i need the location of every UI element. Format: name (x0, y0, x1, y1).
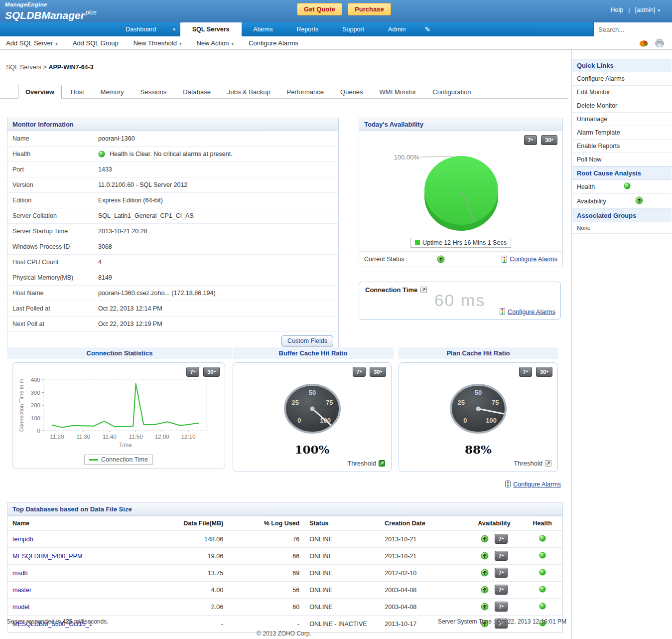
availability-cell: 7 (466, 548, 523, 565)
database-link-model[interactable]: model (12, 604, 29, 611)
period-30-days-button[interactable]: 30 (536, 367, 552, 377)
availability-trend-button[interactable]: 7 (495, 585, 508, 595)
help-link[interactable]: Help (611, 6, 624, 13)
responded-value: 425 (62, 618, 72, 625)
availability-trend-button[interactable]: 7 (495, 534, 508, 544)
field-label: Server Startup Time (7, 224, 93, 239)
svg-text:25: 25 (458, 399, 465, 406)
availability-trend-button[interactable]: 7 (495, 551, 508, 561)
admin-user-menu[interactable]: [admin]▾ (635, 6, 660, 13)
connection-statistics-box: 7 30 010020030040011:2011:3011:4011:5012… (12, 362, 225, 469)
plan-cache-value: 88% (399, 443, 557, 456)
quick-link-enable-reports[interactable]: Enable Reports (572, 140, 672, 153)
column-header-log-used: % Log Used (228, 516, 304, 531)
quick-link-delete-monitor[interactable]: Delete Monitor (572, 99, 672, 113)
table-cell: ONLINE (304, 548, 380, 565)
search-box (593, 22, 672, 36)
table-row: msdb13.7569ONLINE2012-02-107 (7, 565, 562, 582)
todays-availability-title: Today's Availability (359, 118, 562, 131)
plan-cache-threshold: Threshold (514, 460, 551, 467)
table-cell: 2003-04-08 (380, 582, 466, 599)
tab-overview[interactable]: Overview (18, 85, 62, 99)
todays-availability-panel: Today's Availability 7 30 100.00% Uptime… (359, 118, 563, 267)
tab-database[interactable]: Database (175, 85, 218, 99)
current-status-label: Current Status : (364, 256, 408, 263)
monitor-info-row: Last Polled atOct 22, 2013 12:14 PM (7, 301, 338, 316)
field-label: Edition (7, 193, 93, 208)
toolbar-item-label: New Action (196, 39, 229, 47)
custom-fields-button[interactable]: Custom Fields (281, 335, 333, 346)
health-cell (522, 548, 562, 565)
printer-icon[interactable] (655, 39, 664, 47)
availability-up-icon (481, 586, 489, 594)
configure-alarms-link[interactable]: Configure Alarms (510, 256, 557, 263)
search-input[interactable] (594, 26, 672, 33)
tab-sessions[interactable]: Sessions (133, 85, 174, 99)
database-link-tempdb[interactable]: tempdb (12, 536, 33, 543)
table-cell: - (177, 616, 228, 633)
configure-alarms-link[interactable]: Configure Alarms (508, 309, 555, 316)
availability-up-icon (481, 535, 489, 543)
traffic-light-icon-slot (500, 308, 505, 316)
edit-pencil-icon[interactable]: ✎ (417, 22, 437, 36)
get-quote-button[interactable]: Get Quote (297, 3, 342, 15)
period-7-days-button[interactable]: 7 (519, 367, 533, 377)
tab-jobs-backup[interactable]: Jobs & Backup (220, 85, 278, 99)
threshold-edit-icon[interactable] (379, 460, 385, 467)
tab-performance[interactable]: Performance (279, 85, 331, 99)
quick-link-unmanage[interactable]: Unmanage (572, 113, 672, 126)
configure-alarms-link[interactable]: Configure Alarms (513, 481, 561, 488)
rca-health-row[interactable]: Health (572, 180, 672, 194)
tab-host[interactable]: Host (63, 85, 92, 99)
tab-queries[interactable]: Queries (333, 85, 371, 99)
toolbar-new-action[interactable]: New Action▾ (196, 39, 234, 47)
rca-availability-row[interactable]: Availability (572, 194, 672, 209)
associated-groups-value: None (572, 222, 672, 234)
nav-item-alarms[interactable]: Alarms (242, 22, 285, 36)
quick-link-configure-alarms[interactable]: Configure Alarms (572, 72, 672, 86)
nav-item-reports[interactable]: Reports (284, 22, 330, 36)
tab-memory[interactable]: Memory (93, 85, 132, 99)
threshold-edit-icon[interactable] (545, 460, 551, 467)
period-30-days-button[interactable]: 30 (370, 367, 386, 377)
quick-link-edit-monitor[interactable]: Edit Monitor (572, 86, 672, 99)
purchase-button[interactable]: Purchase (348, 3, 391, 15)
nav-item-dashboard[interactable]: Dashboard (114, 22, 168, 36)
toolbar-add-sql-server[interactable]: Add SQL Server▾ (6, 39, 58, 47)
database-link-msdb[interactable]: msdb (12, 570, 28, 577)
chart-shortcut-icon[interactable] (639, 40, 649, 47)
toolbar-configure-alarms[interactable]: Configure Alarms (249, 39, 298, 47)
nav-item-support[interactable]: Support (330, 22, 376, 36)
breadcrumb-parent[interactable]: SQL Servers (6, 64, 41, 71)
buffer-cache-value: 100% (233, 443, 391, 456)
table-cell: 2.06 (177, 599, 228, 616)
column-header-availability: Availability (466, 516, 523, 531)
nav-item-admin[interactable]: Admin (376, 22, 417, 36)
quick-links-list: Configure AlarmsEdit MonitorDelete Monit… (572, 72, 672, 166)
svg-text:50: 50 (475, 389, 482, 396)
brand-logo[interactable]: ManageEngine SQLDBManagerplus (5, 1, 97, 20)
availability-trend-button[interactable]: 7 (495, 568, 508, 578)
charts-configure-alarms: Configure Alarms (7, 480, 561, 488)
toolbar-add-sql-group[interactable]: Add SQL Group (73, 39, 119, 47)
nav-item-sql-servers[interactable]: SQL Servers (180, 22, 242, 36)
health-green-icon (624, 182, 631, 189)
database-link-master[interactable]: master (12, 587, 31, 594)
field-value: poorani-1360.csez.zoho... (172.18.86.194… (93, 286, 338, 301)
tab-configuration[interactable]: Configuration (425, 85, 478, 99)
availability-trend-button[interactable]: 7 (495, 602, 508, 612)
tab-wmi-monitor[interactable]: WMI Monitor (372, 85, 424, 99)
table-cell: 4.00 (177, 582, 228, 599)
quick-link-alarm-template[interactable]: Alarm Template (572, 126, 672, 140)
database-link-mesqldbm-5400-ppm[interactable]: MESQLDBM_5400_PPM (12, 553, 82, 560)
traffic-light-icon-slot (502, 256, 507, 263)
toolbar-new-threshold[interactable]: New Threshold▾ (134, 39, 182, 47)
period-7-days-button[interactable]: 7 (353, 367, 366, 377)
column-header-status: Status (304, 516, 380, 531)
quick-link-poll-now[interactable]: Poll Now (572, 153, 672, 166)
dashboard-caret-icon[interactable]: ▾ (168, 22, 180, 36)
caret-down-icon: ▾ (232, 41, 234, 46)
responded-suffix: milliseconds. (74, 618, 109, 625)
field-label: Version (7, 177, 93, 192)
table-cell: 13.75 (177, 565, 228, 582)
